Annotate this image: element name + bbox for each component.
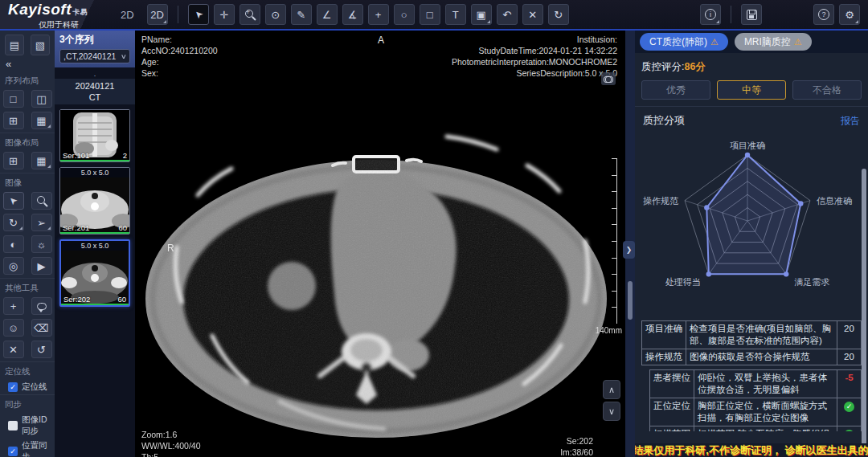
scale-ruler [612,158,617,324]
refresh-tool[interactable]: ↺ [31,341,52,358]
series-layout-3x3[interactable]: ▦ [31,112,52,129]
link-series-button[interactable] [601,72,616,85]
check-circle-icon: ✓ [844,430,854,431]
cine-play-tool[interactable]: ▶ [31,257,52,275]
eraser-tool[interactable]: ⌫ [31,319,52,337]
cobb-angle-tool[interactable]: ∡ [342,4,363,25]
series-layout-1x2[interactable]: ◫ [31,90,52,108]
series-layout-1x1[interactable]: □ [3,90,24,108]
qc-subitem-name: 扫描范围 [650,426,694,432]
panel-divider: ❯ [625,31,635,457]
right-tool-group: i [700,4,762,25]
rotate-flip-tool[interactable]: ↻ [3,214,24,231]
reset-tool[interactable]: ↻ [548,4,569,25]
qc-table-row: 操作规范图像的获取是否符合操作规范20 [642,349,862,365]
qc-panel-scrollbar[interactable] [862,169,866,457]
image-layout-3x3[interactable]: ▦ [31,152,52,169]
scroll-stack-tool[interactable]: ➢ [31,214,52,231]
delete-tool[interactable]: ✕ [3,341,24,358]
checkbox-label: 定位线 [22,382,47,393]
angle-tool-icon: ∠ [322,9,332,21]
grade-button-不合格[interactable]: 不合格 [792,80,862,100]
thumb-image-count: 60 [117,295,126,304]
series-dropdown[interactable]: ,CT,20240121 ∨ [59,49,130,63]
scroll-up-button[interactable]: ∧ [603,380,620,399]
checkbox-icon: ✓ [8,382,18,392]
save-button[interactable] [741,4,762,25]
window-target-tool[interactable]: ⊙ [265,4,286,25]
cursor-tool[interactable]: ➤ [188,4,209,25]
image-annotation-tool[interactable]: ▣ [471,4,492,25]
angle-tool[interactable]: ∠ [317,4,338,25]
grade-button-中等[interactable]: 中等 [717,80,786,100]
scroll-stack-tool-icon: ➢ [37,217,46,229]
collapse-sidebar-button[interactable]: « [0,58,55,71]
top-toolbar: Kayisoft卡易 仅用于科研 2D 2D➤✛⊙✎∠∡+○□T▣↶✕↻ i ?… [0,0,868,31]
image-cursor-tool[interactable]: ➤ [3,192,24,210]
delete-annotation-tool[interactable]: ✕ [522,4,543,25]
qc-item-score: 20 [837,321,862,349]
sidebar-section-grid: +☺⌫✕↺ [0,296,55,361]
smart-search-tool[interactable]: ☺ [3,319,24,337]
crosshair-tool[interactable]: + [3,297,24,315]
comment-tool[interactable] [31,297,52,315]
refresh-tool-icon: ↺ [37,344,46,356]
qc-subtable-row: 正位定位胸部正位定位，横断面螺旋方式扫描，有胸部正位定位图像✓ [650,398,862,426]
penalty-score: -5 [845,373,853,382]
checkbox-label: 位置同步 [22,440,55,457]
qc-subitem-name: 正位定位 [650,398,694,426]
divider-scrollbar-thumb[interactable] [628,281,633,320]
report-link[interactable]: 报告 [841,114,860,128]
thumb-image-count: 2 [123,151,127,160]
grade-button-优秀[interactable]: 优秀 [641,80,710,100]
image-magnifier-tool[interactable] [31,192,52,210]
report-panel-button[interactable]: ▧ [31,35,50,55]
sync-position-checkbox[interactable]: ✓位置同步 [0,439,55,457]
pan-tool-icon: ✛ [219,9,228,21]
qc-tab-mri[interactable]: MRI脑质控⚠ [735,33,812,51]
series-thumbnail-202[interactable]: 5.0 x 5.0 Ser:202 60 [59,239,130,307]
text-annotation-tool[interactable]: T [445,4,466,25]
qc-subtable-row: 患者摆位仰卧位，双臂上举抱头，患者体位摆放合适，无明显偏斜-5 [650,370,862,398]
series-group-label[interactable]: 20240121 CT [55,79,135,104]
qc-grade-buttons: 优秀中等不合格 [635,77,868,106]
pacs-application: Kayisoft卡易 仅用于科研 2D 2D➤✛⊙✎∠∡+○□T▣↶✕↻ i ?… [0,0,868,457]
locator-line-checkbox[interactable]: ✓定位线 [0,380,55,394]
qc-score-table: 项目准确检查项目是否准确(项目如脑部、胸部、腹部是否在标准的范围内容)20操作规… [635,320,868,431]
ellipse-roi-tool[interactable]: ○ [394,4,415,25]
invert-tool-icon: ◐ [10,239,17,251]
qc-table-row: 项目准确检查项目是否准确(项目如脑部、胸部、腹部是否在标准的范围内容)20 [642,321,862,349]
sidebar-top-buttons: ▤▧ [0,31,55,58]
image-viewport[interactable]: PName:AccNO:2401210200Age:Sex: Institusi… [135,31,625,457]
series-layout-2x2[interactable]: ⊞ [3,112,24,129]
qc-tab-ct[interactable]: CT质控(肺部)⚠ [640,33,728,51]
checkbox-icon: ✓ [8,447,18,456]
undo-tool[interactable]: ↶ [497,4,518,25]
2d-view-button[interactable]: 2D [147,4,168,25]
qc-tab-label: CT质控(肺部) [649,35,707,49]
info-button[interactable]: i [700,4,721,25]
help-button-icon: ? [818,9,829,20]
pan-tool[interactable]: ✛ [214,4,235,25]
image-layout-2x2[interactable]: ⊞ [3,152,24,169]
scroll-down-button[interactable]: ∨ [603,402,620,421]
window-brightness-tool[interactable]: ☼ [31,235,52,253]
zoom-in-tool[interactable] [240,4,260,25]
probe-tool[interactable]: + [368,4,389,25]
help-button[interactable]: ? [813,4,834,25]
measure-tool[interactable]: ✎ [291,4,312,25]
rect-roi-tool[interactable]: □ [420,4,440,25]
series-list-button[interactable]: ▤ [5,35,24,55]
qc-item-score: 20 [837,349,862,365]
target-probe-tool-icon: ◎ [9,260,18,272]
series-thumbnail-201[interactable]: 5.0 x 5.0 Ser:201 60 [59,167,130,235]
collapse-panel-handle[interactable]: ❯ [623,241,635,259]
cine-play-tool-icon: ▶ [38,260,46,272]
toolbar-separator [731,6,731,23]
sync-image-id-checkbox[interactable]: 图像ID同步 [0,413,55,439]
target-probe-tool[interactable]: ◎ [3,257,24,275]
invert-tool[interactable]: ◐ [3,235,24,253]
series-thumbnail-101[interactable]: Ser:101 2 [59,109,130,162]
settings-button[interactable]: ⚙ [839,4,860,25]
check-circle-icon: ✓ [844,402,854,412]
